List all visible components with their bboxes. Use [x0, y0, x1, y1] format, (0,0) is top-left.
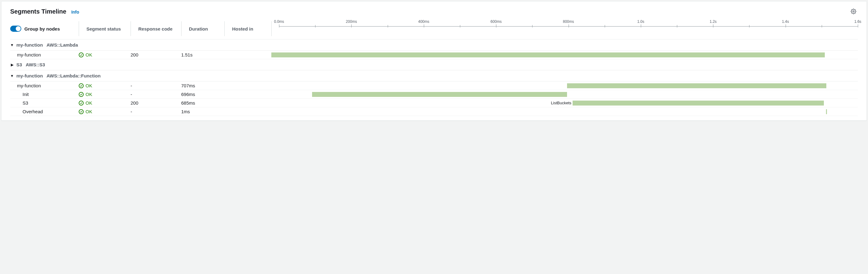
segment-status-text: OK	[86, 52, 92, 57]
info-link[interactable]: Info	[71, 9, 79, 14]
axis-tick	[568, 24, 569, 27]
chevron-down-icon: ▼	[10, 74, 14, 78]
segment-status: OK	[79, 83, 130, 88]
segment-bar[interactable]	[312, 92, 567, 97]
axis-tick-label: 800ms	[563, 20, 574, 24]
axis-tick-label: 1.0s	[638, 20, 645, 24]
panel-header: Segments Timeline Info	[2, 2, 866, 18]
segment-duration: 707ms	[181, 83, 224, 88]
axis-tick-label: 1.2s	[710, 20, 717, 24]
segment-bar-cell	[271, 92, 858, 97]
segment-bar-cell: ListBuckets	[271, 100, 858, 106]
group-by-nodes-toggle-cell: Group by nodes	[10, 21, 79, 36]
segment-row[interactable]: InitOK-696ms	[10, 90, 858, 99]
group-name: my-function	[17, 73, 43, 79]
chevron-right-icon: ▶	[10, 63, 14, 67]
segment-response: -	[130, 92, 181, 97]
segment-status-text: OK	[86, 92, 92, 97]
group-row[interactable]: ▶S3AWS::S3	[10, 59, 858, 70]
segment-response: 200	[130, 100, 181, 105]
segment-status: OK	[79, 52, 130, 57]
axis-tick	[641, 24, 641, 27]
col-header-duration: Duration	[181, 21, 224, 36]
segment-name: my-function	[10, 83, 79, 88]
segment-bar[interactable]	[826, 109, 827, 114]
axis-tick	[424, 24, 424, 27]
axis-tick-label: 1.4s	[782, 20, 789, 24]
axis-tick-label: 200ms	[346, 20, 357, 24]
group-origin: AWS::S3	[26, 62, 45, 67]
segment-status: OK	[79, 100, 130, 105]
segment-duration: 696ms	[181, 92, 224, 97]
segment-name: S3	[10, 100, 79, 105]
segment-bar-cell	[271, 83, 858, 89]
segment-bar[interactable]	[271, 53, 825, 57]
axis-tick-label: 600ms	[491, 20, 502, 24]
segment-status: OK	[79, 92, 130, 97]
col-header-label: Hosted in	[232, 26, 253, 31]
gear-icon	[851, 9, 856, 14]
axis-tick	[713, 24, 713, 27]
chevron-down-icon: ▼	[10, 43, 14, 47]
segment-row[interactable]: my-functionOK2001.51s	[10, 51, 858, 59]
group-name: my-function	[17, 42, 43, 48]
segment-status-text: OK	[86, 100, 92, 105]
panel-title-wrap: Segments Timeline Info	[10, 8, 79, 15]
segment-duration: 1ms	[181, 109, 224, 114]
segment-row[interactable]: OverheadOK-1ms	[10, 108, 858, 116]
status-ok-icon	[79, 92, 84, 97]
segment-duration: 685ms	[181, 100, 224, 105]
segment-bar-cell	[271, 109, 858, 115]
segment-duration: 1.51s	[181, 52, 224, 57]
segment-status-text: OK	[86, 83, 92, 88]
segment-bar[interactable]	[567, 83, 826, 88]
col-header-label: Response code	[138, 26, 173, 31]
segment-bar-label: ListBuckets	[271, 100, 572, 106]
segment-name: Init	[10, 92, 79, 97]
group-row[interactable]: ▼my-functionAWS::Lambda::Function	[10, 70, 858, 82]
segment-name: Overhead	[10, 109, 79, 114]
segment-bar[interactable]	[572, 100, 824, 105]
segment-name: my-function	[10, 52, 79, 57]
status-ok-icon	[79, 83, 84, 88]
axis-tick-label: 1.6s	[855, 20, 862, 24]
axis-tick	[496, 24, 496, 27]
status-ok-icon	[79, 109, 84, 114]
group-origin: AWS::Lambda::Function	[46, 73, 101, 79]
col-header-status: Segment status	[79, 21, 130, 36]
timeline-body: ▼my-functionAWS::Lambdamy-functionOK2001…	[2, 39, 866, 120]
segment-response: -	[130, 109, 181, 114]
col-header-label: Segment status	[87, 26, 121, 31]
axis-tick	[785, 24, 786, 27]
segment-status: OK	[79, 109, 130, 114]
segment-row[interactable]: my-functionOK-707ms	[10, 82, 858, 90]
segment-status-text: OK	[86, 109, 92, 114]
axis-tick-label: 400ms	[418, 20, 429, 24]
segment-row[interactable]: S3OK200685msListBuckets	[10, 99, 858, 108]
timeline-axis-cell: 0.0ms200ms400ms600ms800ms1.0s1.2s1.4s1.6…	[271, 21, 858, 36]
segments-timeline-panel: Segments Timeline Info Group by nodes Se…	[1, 1, 867, 121]
panel-title: Segments Timeline	[10, 8, 66, 15]
axis-tick	[351, 24, 351, 27]
svg-point-0	[853, 11, 855, 12]
axis-tick	[858, 24, 858, 27]
group-by-nodes-toggle[interactable]	[10, 26, 21, 32]
segment-response: -	[130, 83, 181, 88]
segment-response: 200	[130, 52, 181, 57]
settings-button[interactable]	[849, 7, 858, 16]
axis-tick-label: 0.0ms	[274, 20, 284, 24]
timeline-axis: 0.0ms200ms400ms600ms800ms1.0s1.2s1.4s1.6…	[279, 21, 858, 36]
status-ok-icon	[79, 100, 84, 105]
axis-tick	[279, 24, 279, 27]
group-name: S3	[17, 62, 22, 67]
col-header-hosted: Hosted in	[224, 21, 271, 36]
group-by-nodes-label: Group by nodes	[24, 26, 60, 31]
col-header-response: Response code	[130, 21, 181, 36]
group-row[interactable]: ▼my-functionAWS::Lambda	[10, 39, 858, 51]
status-ok-icon	[79, 53, 84, 57]
columns-row: Group by nodes Segment status Response c…	[2, 18, 866, 39]
group-origin: AWS::Lambda	[46, 42, 78, 48]
col-header-label: Duration	[189, 26, 208, 31]
segment-bar-cell	[271, 52, 858, 58]
